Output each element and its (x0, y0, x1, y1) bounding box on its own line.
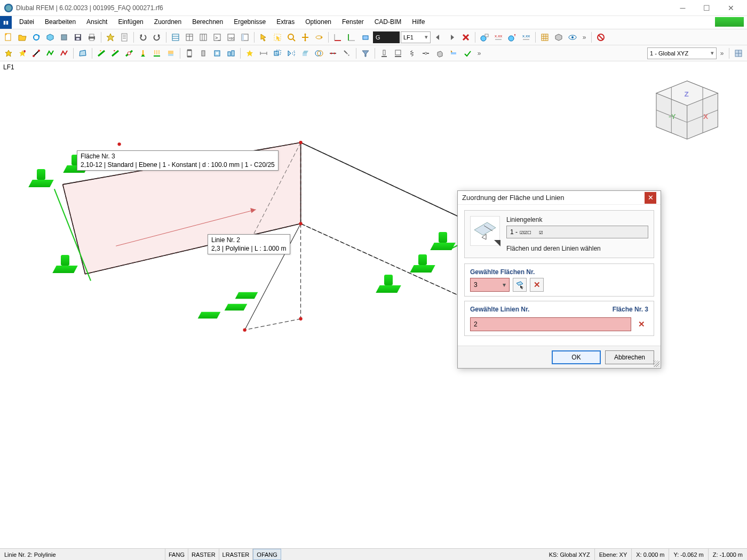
coord-system-dropdown[interactable]: 1 - Global XYZ▾ (647, 47, 717, 59)
select-window-icon[interactable] (271, 31, 284, 44)
prev-loadcase-icon[interactable] (432, 31, 444, 44)
table3-icon[interactable] (197, 31, 210, 44)
menu-optionen[interactable]: Optionen (300, 16, 337, 29)
hinge-line-icon[interactable] (419, 47, 432, 60)
pan-icon[interactable] (299, 31, 312, 44)
loadcase-dropdown[interactable]: LF1▾ (401, 31, 431, 43)
zoom-icon[interactable] (285, 31, 298, 44)
load-node-icon[interactable] (137, 47, 149, 60)
clear-surfaces-button[interactable]: ✕ (530, 278, 544, 292)
cancel-button[interactable]: Abbrechen (605, 350, 654, 364)
model-block-icon[interactable] (44, 31, 57, 44)
plane-icon[interactable] (359, 31, 372, 44)
delete-load-icon[interactable] (459, 31, 472, 44)
dialog-titlebar[interactable]: Zuordnung der Fläche und Linien ✕ (458, 191, 661, 205)
menu-cad-bim[interactable]: CAD-BIM (369, 16, 407, 29)
menu-datei[interactable]: Datei (14, 16, 39, 29)
redo-icon[interactable] (150, 31, 163, 44)
status-toggle-fang[interactable]: FANG (165, 549, 188, 560)
app-logo-icon[interactable]: ▮▮ (0, 16, 12, 29)
menu-berechnen[interactable]: Berechnen (187, 16, 228, 29)
member-hinge-icon[interactable] (123, 47, 136, 60)
lines-input[interactable]: 2 (470, 317, 631, 331)
new-file-icon[interactable] (2, 31, 15, 44)
status-toggle-ofang[interactable]: OFANG (253, 549, 281, 560)
show-loads-icon[interactable] (506, 31, 519, 44)
solid-icon[interactable] (433, 47, 446, 60)
ok-button[interactable]: OK (552, 350, 601, 364)
surface-quad-icon[interactable] (76, 47, 89, 60)
node-yellow-icon[interactable] (243, 47, 256, 60)
dimension-icon[interactable] (257, 47, 270, 60)
loadcase-type-dropdown[interactable]: G (373, 31, 400, 43)
load-area-icon[interactable] (164, 47, 177, 60)
menu-bearbeiten[interactable]: Bearbeiten (39, 16, 81, 29)
show-dim-x-icon[interactable]: x.xx (492, 31, 505, 44)
overflow-icon[interactable]: » (580, 31, 589, 44)
opening-icon[interactable] (211, 47, 224, 60)
status-toggle-raster[interactable]: RASTER (188, 549, 219, 560)
line-icon[interactable] (30, 47, 43, 60)
select-icon[interactable] (257, 31, 270, 44)
status-ks[interactable]: KS: Global XYZ (545, 549, 595, 560)
document-icon[interactable] (118, 31, 131, 44)
console-icon[interactable]: >_ (211, 31, 224, 44)
line-hinge-field[interactable]: 1 - ☑☑☐ ☑ (506, 226, 648, 238)
window-minimize-button[interactable]: ─ (671, 1, 695, 15)
menu-extras[interactable]: Extras (271, 16, 300, 29)
menu-einfuegen[interactable]: Einfügen (113, 16, 148, 29)
axis-y-icon[interactable] (345, 31, 358, 44)
cancel-action-icon[interactable] (594, 31, 607, 44)
set-icon[interactable] (225, 47, 237, 60)
divide-icon[interactable] (327, 47, 339, 60)
support-wall-icon[interactable] (392, 47, 404, 60)
result-beam-icon[interactable] (447, 47, 460, 60)
show-numbering-icon[interactable] (478, 31, 491, 44)
render-icon[interactable] (552, 31, 565, 44)
copy-geo-icon[interactable] (271, 47, 284, 60)
member-red-icon[interactable] (109, 47, 122, 60)
open-file-icon[interactable] (16, 31, 29, 44)
wizard-icon[interactable] (104, 31, 117, 44)
load-line-icon[interactable] (150, 47, 163, 60)
window-close-button[interactable]: ✕ (719, 1, 743, 15)
dialog-close-button[interactable]: ✕ (645, 192, 656, 204)
spring-icon[interactable] (406, 47, 418, 60)
grid-icon[interactable] (538, 31, 551, 44)
node-star-icon[interactable] (16, 47, 29, 60)
filter-icon[interactable] (359, 47, 372, 60)
view-config-icon[interactable] (732, 47, 745, 60)
support-col-icon[interactable] (378, 47, 391, 60)
polyline-red-icon[interactable] (58, 47, 70, 60)
undo-icon[interactable] (137, 31, 149, 44)
show-dim-x2-icon[interactable]: x.xx (520, 31, 533, 44)
cube-icon[interactable] (58, 31, 70, 44)
clear-lines-button[interactable]: ✕ (634, 317, 648, 331)
section-icon[interactable] (183, 47, 196, 60)
eye-icon[interactable] (566, 31, 579, 44)
intersect-icon[interactable] (313, 47, 325, 60)
menu-ansicht[interactable]: Ansicht (81, 16, 113, 29)
panel-icon[interactable] (239, 31, 251, 44)
window-maximize-button[interactable]: ☐ (695, 1, 719, 15)
polyline-green-icon[interactable] (44, 47, 57, 60)
rotate-view-icon[interactable] (313, 31, 325, 44)
status-toggle-lraster[interactable]: LRASTER (219, 549, 253, 560)
mirror-icon[interactable] (285, 47, 298, 60)
member-icon[interactable] (95, 47, 108, 60)
script-icon[interactable]: >sc (225, 31, 237, 44)
table2-icon[interactable] (183, 31, 196, 44)
status-ebene[interactable]: Ebene: XY (595, 549, 632, 560)
save-icon[interactable] (71, 31, 84, 44)
connect-icon[interactable] (340, 47, 353, 60)
table1-icon[interactable] (169, 31, 182, 44)
extrude-icon[interactable] (299, 47, 312, 60)
pick-surface-button[interactable] (513, 278, 527, 292)
section2-icon[interactable] (197, 47, 210, 60)
overflow2-icon[interactable]: » (475, 47, 483, 60)
axis-x-icon[interactable] (331, 31, 344, 44)
check-icon[interactable] (461, 47, 474, 60)
dialog-resize-grip[interactable] (653, 361, 659, 367)
menu-ergebnisse[interactable]: Ergebnisse (228, 16, 271, 29)
menu-hilfe[interactable]: Hilfe (407, 16, 430, 29)
